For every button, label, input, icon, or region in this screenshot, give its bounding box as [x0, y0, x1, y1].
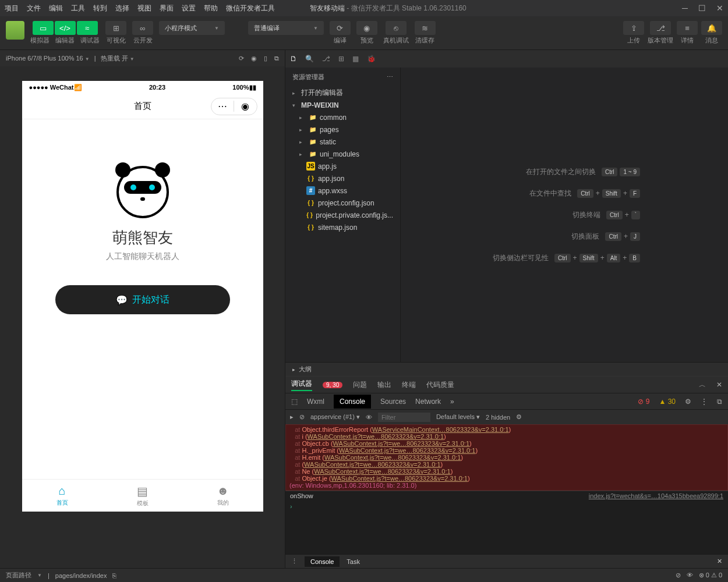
context-dropdown[interactable]: appservice (#1) ▾ — [310, 413, 360, 421]
codequality-tab[interactable]: 代码质量 — [426, 380, 454, 390]
warn-count[interactable]: ▲ 30 — [659, 398, 676, 406]
debugger-tab[interactable]: 调试器 — [291, 379, 312, 391]
dock-icon[interactable]: ⧉ — [717, 398, 722, 406]
status-signal: ●●●●● WeChat — [29, 84, 74, 91]
drawer-close-icon[interactable]: ✕ — [717, 558, 722, 565]
filter-input[interactable] — [378, 413, 430, 422]
version-button[interactable]: ⎇ — [650, 21, 671, 35]
menu-微信开发者工具[interactable]: 微信开发者工具 — [226, 3, 275, 13]
more-tabs-icon[interactable]: » — [450, 398, 454, 406]
menu-选择[interactable]: 选择 — [115, 3, 129, 13]
console-tab[interactable]: Console — [334, 395, 371, 409]
output-tab[interactable]: 输出 — [377, 380, 391, 390]
menu-设置[interactable]: 设置 — [182, 3, 196, 13]
menu-文件[interactable]: 文件 — [27, 3, 41, 13]
simulator-toggle[interactable]: ▭ — [33, 21, 54, 35]
mode-dropdown[interactable]: 小程序模式▼ — [159, 21, 225, 35]
chevron-up-icon[interactable]: ︿ — [699, 380, 706, 390]
device-dropdown[interactable]: iPhone 6/7/8 Plus 100% 16 ▼ — [6, 55, 90, 62]
levels-dropdown[interactable]: Default levels ▾ — [436, 413, 480, 421]
editor-toggle[interactable]: </> — [55, 21, 76, 35]
eye-status-icon[interactable]: 👁 — [687, 572, 693, 579]
detail-button[interactable]: ≡ — [677, 21, 698, 35]
search-icon[interactable]: 🔍 — [305, 55, 314, 63]
refresh-icon[interactable]: ⟳ — [239, 55, 244, 62]
grid-icon[interactable]: ⊞ — [338, 55, 344, 63]
sidebar-toggle-icon[interactable]: ▸ — [290, 413, 294, 421]
message-button[interactable]: 🔔 — [701, 21, 722, 35]
menu-界面[interactable]: 界面 — [160, 3, 174, 13]
network-tab[interactable]: Network — [415, 398, 441, 406]
folder-static[interactable]: ▸📁static — [285, 136, 400, 148]
settings-icon[interactable]: ⚙ — [685, 398, 691, 406]
file-project.config.json[interactable]: { }project.config.json — [285, 197, 400, 209]
console-source-link[interactable]: index.js?t=wechat&s=…104a315bbeea92899:1 — [589, 492, 723, 499]
maximize-icon[interactable]: ☐ — [698, 3, 706, 13]
inspect-icon[interactable]: ⬚ — [291, 398, 298, 406]
git-icon[interactable]: ⎇ — [322, 55, 330, 63]
gear-icon[interactable]: ⚙ — [516, 413, 522, 421]
phone-icon[interactable]: ▯ — [264, 55, 267, 62]
explorer-icon[interactable]: 🗋 — [290, 55, 297, 63]
compile-dropdown[interactable]: 普通编译▼ — [248, 21, 324, 35]
close-panel-icon[interactable]: ✕ — [716, 381, 722, 389]
drawer-console-tab[interactable]: Console — [305, 556, 340, 567]
status-errors[interactable]: ⊗ 0 ⚠ 0 — [699, 572, 722, 579]
outline-section[interactable]: ▸大纲 — [285, 362, 728, 376]
mini-program-capsule[interactable]: ⋯◉ — [211, 98, 257, 115]
eye-icon[interactable]: 👁 — [366, 414, 372, 421]
console-prompt[interactable]: › — [285, 501, 728, 512]
compile-button[interactable]: ⟳ — [330, 21, 351, 35]
error-count[interactable]: ⊘ 9 — [638, 398, 649, 406]
menu-icon[interactable]: ⋮ — [701, 398, 708, 406]
popout-icon[interactable]: ⧉ — [274, 55, 279, 62]
preview-button[interactable]: ◉ — [356, 21, 377, 35]
debugger-toggle[interactable]: ≈ — [77, 21, 98, 35]
folder-uni_modules[interactable]: ▸📁uni_modules — [285, 148, 400, 160]
hidden-count[interactable]: 2 hidden — [486, 414, 510, 421]
menu-工具[interactable]: 工具 — [71, 3, 85, 13]
menu-帮助[interactable]: 帮助 — [204, 3, 218, 13]
clear-console-icon[interactable]: ⊘ — [299, 413, 305, 421]
folder-pages[interactable]: ▸📁pages — [285, 123, 400, 136]
realdevice-button[interactable]: ⎋ — [386, 21, 407, 35]
start-chat-button[interactable]: 💬 开始对话 — [55, 285, 230, 314]
tabbar-item-0[interactable]: ⌂首页 — [22, 480, 103, 512]
bug-icon[interactable]: 🐞 — [367, 55, 376, 63]
project-root[interactable]: ▾MP-WEIXIN — [285, 100, 400, 111]
visualize-button[interactable]: ⊞ — [105, 21, 126, 35]
wxml-tab[interactable]: Wxml — [307, 398, 324, 406]
file-sitemap.json[interactable]: { }sitemap.json — [285, 221, 400, 233]
sources-tab[interactable]: Sources — [380, 398, 406, 406]
copy-icon[interactable]: ⎘ — [112, 572, 116, 579]
terminal-tab[interactable]: 终端 — [402, 380, 416, 390]
cloud-dev-button[interactable]: ∞ — [132, 21, 153, 35]
menu-项目[interactable]: 项目 — [5, 3, 19, 13]
shortcut-row: 切换终端Ctrl + ` — [489, 210, 640, 220]
menu-转到[interactable]: 转到 — [93, 3, 107, 13]
user-avatar[interactable] — [6, 21, 24, 40]
tabbar-item-2[interactable]: ☻我的 — [183, 480, 263, 512]
folder-common[interactable]: ▸📁common — [285, 111, 400, 123]
problems-tab[interactable]: 问题 — [353, 380, 367, 390]
file-app.wxss[interactable]: #app.wxss — [285, 184, 400, 197]
drawer-menu-icon[interactable]: ⋮ — [291, 558, 298, 565]
upload-button[interactable]: ⇪ — [623, 21, 644, 35]
close-icon[interactable]: ✕ — [716, 3, 723, 13]
hide-status-icon[interactable]: ⊘ — [676, 572, 681, 579]
extension-icon[interactable]: ▦ — [352, 55, 359, 63]
file-project.private.config.js...[interactable]: { }project.private.config.js... — [285, 209, 400, 221]
tabbar-item-1[interactable]: ▤模板 — [103, 480, 183, 512]
more-icon[interactable]: ⋯ — [387, 73, 393, 81]
file-app.js[interactable]: JSapp.js — [285, 160, 400, 172]
drawer-task-tab[interactable]: Task — [347, 558, 360, 565]
file-app.json[interactable]: { }app.json — [285, 172, 400, 184]
open-editors-section[interactable]: ▸打开的编辑器 — [285, 86, 400, 100]
record-icon[interactable]: ◉ — [251, 55, 257, 62]
hotreload-toggle[interactable]: 热重载 开 ▼ — [101, 54, 135, 63]
menu-视图[interactable]: 视图 — [137, 3, 151, 13]
minimize-icon[interactable]: ─ — [682, 3, 688, 13]
route-path[interactable]: pages/index/index — [55, 572, 107, 579]
clearcache-button[interactable]: ≋ — [415, 21, 436, 35]
menu-编辑[interactable]: 编辑 — [49, 3, 63, 13]
